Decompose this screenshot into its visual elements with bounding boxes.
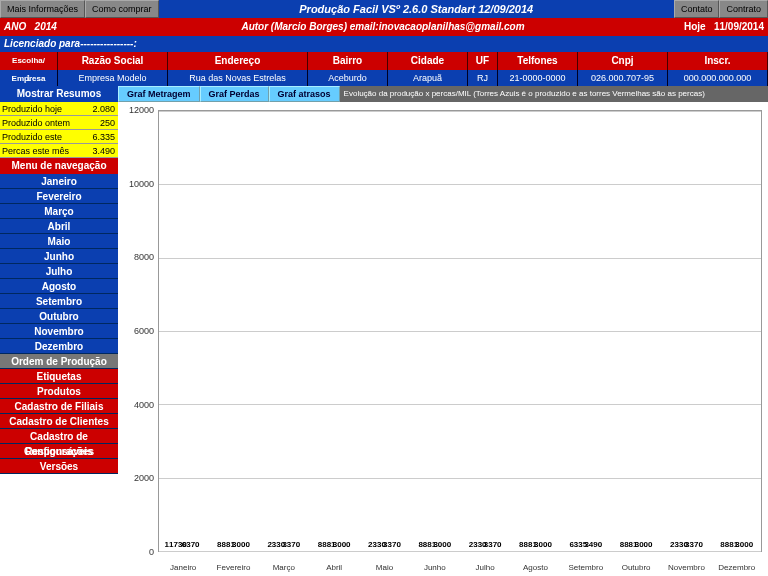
- col-telfones: Telfones: [498, 52, 578, 70]
- ano-label: ANO: [4, 21, 26, 32]
- tab-atrasos[interactable]: Graf atrasos: [269, 86, 340, 102]
- ano-box: ANO 2014: [0, 18, 118, 36]
- author-text: Autor (Marcio Borges) email:inovacaoplan…: [118, 18, 648, 36]
- contato-button[interactable]: Contato: [674, 0, 720, 18]
- stat-row: Produzido hoje2.080: [0, 102, 118, 116]
- author-row: ANO 2014 Autor (Marcio Borges) email:ino…: [0, 18, 768, 36]
- x-label: Janeiro: [158, 563, 208, 572]
- bar-value: 3490: [584, 540, 602, 549]
- bar-value: 3370: [685, 540, 703, 549]
- tab-metragem[interactable]: Graf Metragem: [118, 86, 200, 102]
- y-tick: 12000: [129, 105, 154, 115]
- stat-value: 6.335: [80, 130, 118, 144]
- nav-month-outubro[interactable]: Outubro: [0, 309, 118, 324]
- nav-month-maio[interactable]: Maio: [0, 234, 118, 249]
- top-bar: Mais Informações Como comprar Produção F…: [0, 0, 768, 18]
- cell-idx: 1: [0, 70, 58, 86]
- chart-area: Graf Metragem Graf Perdas Graf atrasos E…: [118, 86, 768, 576]
- stat-row: Percas este mês3.490: [0, 144, 118, 158]
- col-bairro: Bairro: [308, 52, 388, 70]
- bar-value: 6370: [182, 540, 200, 549]
- nav-month-setembro[interactable]: Setembro: [0, 294, 118, 309]
- cell-bairro: Aceburdo: [308, 70, 388, 86]
- bar-value: 3000: [333, 540, 351, 549]
- hoje-value: 11/09/2014: [714, 21, 764, 32]
- cell-endereco: Rua das Novas Estrelas: [168, 70, 308, 86]
- body: Mostrar Resumos Produzido hoje2.080Produ…: [0, 86, 768, 576]
- bar-value: 3000: [232, 540, 250, 549]
- col-cidade: Cidade: [388, 52, 468, 70]
- nav-month-novembro[interactable]: Novembro: [0, 324, 118, 339]
- table-header: Escolha/ Empresa Razão Social Endereço B…: [0, 52, 768, 70]
- y-tick: 0: [149, 547, 154, 557]
- cell-inscr: 000.000.000.000: [668, 70, 768, 86]
- col-uf: UF: [468, 52, 498, 70]
- cell-uf: RJ: [468, 70, 498, 86]
- bar-value: 3000: [433, 540, 451, 549]
- x-label: Março: [259, 563, 309, 572]
- bar-value: 3370: [383, 540, 401, 549]
- cell-cnpj: 026.000.707-95: [578, 70, 668, 86]
- nav-item[interactable]: Versões: [0, 459, 118, 474]
- contrato-button[interactable]: Contrato: [719, 0, 768, 18]
- stat-label: Percas este mês: [0, 144, 80, 158]
- nav-month-janeiro[interactable]: Janeiro: [0, 174, 118, 189]
- nav-item[interactable]: Ordem de Produção: [0, 354, 118, 369]
- nav-month-julho[interactable]: Julho: [0, 264, 118, 279]
- stat-label: Produzido este mês: [0, 130, 80, 144]
- stat-row: Produzido ontem250: [0, 116, 118, 130]
- app-title: Produção Facil VSº 2.6.0 Standart 12/09/…: [159, 0, 674, 18]
- nav-month-agosto[interactable]: Agosto: [0, 279, 118, 294]
- y-tick: 2000: [134, 473, 154, 483]
- nav-item[interactable]: Produtos: [0, 384, 118, 399]
- x-label: Outubro: [611, 563, 661, 572]
- nav-month-dezembro[interactable]: Dezembro: [0, 339, 118, 354]
- como-comprar-button[interactable]: Como comprar: [85, 0, 159, 18]
- hoje-box: Hoje 11/09/2014: [648, 18, 768, 36]
- x-label: Maio: [359, 563, 409, 572]
- cell-razao: Empresa Modelo: [58, 70, 168, 86]
- mostrar-resumos[interactable]: Mostrar Resumos: [0, 86, 118, 102]
- menu-header: Menu de navegação: [0, 158, 118, 174]
- stat-value: 250: [80, 116, 118, 130]
- nav-month-fevereiro[interactable]: Fevereiro: [0, 189, 118, 204]
- x-label: Julho: [460, 563, 510, 572]
- table-row: 1 Empresa Modelo Rua das Novas Estrelas …: [0, 70, 768, 86]
- col-inscr: Inscr.: [668, 52, 768, 70]
- nav-item[interactable]: Etiquetas: [0, 369, 118, 384]
- nav-item[interactable]: Cadastro de Clientes: [0, 414, 118, 429]
- col-cnpj: Cnpj: [578, 52, 668, 70]
- col-escolha: Escolha/ Empresa: [0, 52, 58, 70]
- tab-perdas[interactable]: Graf Perdas: [200, 86, 269, 102]
- stat-label: Produzido hoje: [0, 102, 80, 116]
- bar-value: 3370: [484, 540, 502, 549]
- nav-item[interactable]: Configurações: [0, 444, 118, 459]
- ano-value: 2014: [35, 21, 57, 32]
- x-label: Abril: [309, 563, 359, 572]
- chart-tabs: Graf Metragem Graf Perdas Graf atrasos E…: [118, 86, 768, 102]
- sidebar: Mostrar Resumos Produzido hoje2.080Produ…: [0, 86, 118, 576]
- nav-month-março[interactable]: Março: [0, 204, 118, 219]
- y-tick: 8000: [134, 252, 154, 262]
- nav-month-abril[interactable]: Abril: [0, 219, 118, 234]
- chart-plot: 020004000600080001000012000 117306370888…: [118, 102, 768, 576]
- x-label: Setembro: [561, 563, 611, 572]
- mais-info-button[interactable]: Mais Informações: [0, 0, 85, 18]
- nav-item[interactable]: Cadastro de Filiais: [0, 399, 118, 414]
- x-label: Novembro: [661, 563, 711, 572]
- nav-month-junho[interactable]: Junho: [0, 249, 118, 264]
- stat-value: 3.490: [80, 144, 118, 158]
- cell-tel: 21-0000-0000: [498, 70, 578, 86]
- x-label: Fevereiro: [208, 563, 258, 572]
- x-label: Agosto: [510, 563, 560, 572]
- bar-value: 3000: [534, 540, 552, 549]
- stat-value: 2.080: [80, 102, 118, 116]
- x-label: Dezembro: [712, 563, 762, 572]
- bar-value: 3000: [735, 540, 753, 549]
- x-label: Junho: [410, 563, 460, 572]
- stat-row: Produzido este mês6.335: [0, 130, 118, 144]
- stat-label: Produzido ontem: [0, 116, 80, 130]
- bar-value: 3000: [635, 540, 653, 549]
- y-tick: 4000: [134, 400, 154, 410]
- nav-item[interactable]: Cadastro de Responsáveis: [0, 429, 118, 444]
